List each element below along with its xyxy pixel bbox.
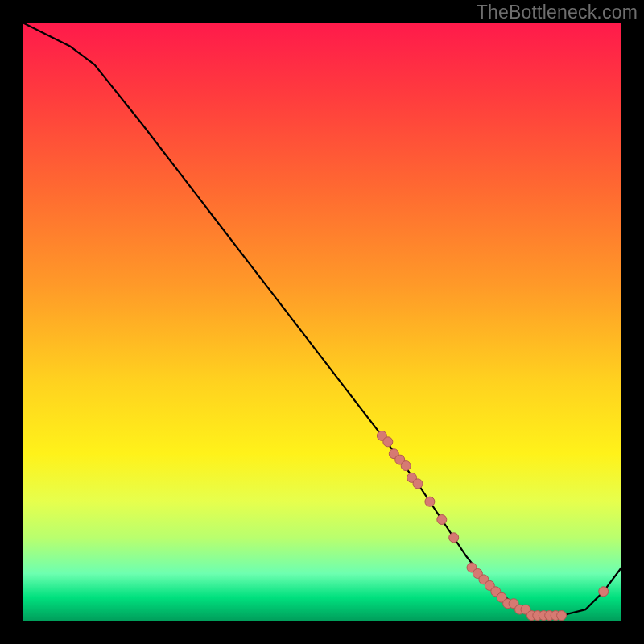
curve-line	[23, 23, 621, 616]
marker-point	[599, 587, 609, 597]
marker-point	[425, 497, 435, 506]
marker-point	[413, 479, 423, 489]
highlight-markers-group	[377, 431, 608, 620]
marker-point	[401, 461, 411, 471]
chart-frame: TheBottleneck.com	[0, 0, 644, 644]
marker-point	[557, 611, 567, 621]
watermark-text: TheBottleneck.com	[477, 2, 638, 23]
marker-point	[437, 515, 447, 525]
marker-point	[383, 437, 393, 447]
marker-point	[449, 533, 459, 543]
chart-svg	[23, 23, 621, 621]
plot-area	[23, 23, 621, 621]
